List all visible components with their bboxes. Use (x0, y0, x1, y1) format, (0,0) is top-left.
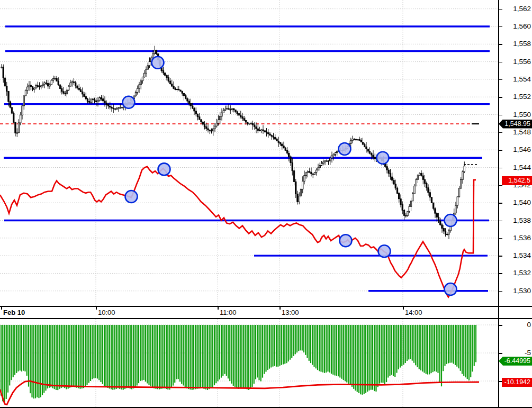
candle-body (307, 171, 308, 173)
histogram-bar (73, 325, 74, 387)
histogram-bar (446, 325, 447, 364)
candle-body (65, 93, 66, 94)
candle-body (264, 131, 265, 132)
candle-body (113, 108, 114, 108)
signal-marker-circle[interactable] (377, 152, 389, 164)
histogram-bar (269, 325, 270, 369)
histogram-bar (396, 325, 397, 373)
histogram-bar (407, 325, 408, 361)
signal-marker-circle[interactable] (125, 191, 138, 203)
candle-body (152, 54, 154, 58)
histogram-bar (183, 325, 184, 386)
candle-body (374, 157, 375, 159)
indicator-axis-label: -5 (500, 349, 531, 357)
signal-marker-circle[interactable] (152, 57, 164, 69)
histogram-bar (346, 325, 347, 383)
histogram-bar (38, 325, 39, 398)
candle-body (84, 94, 85, 97)
candle-body (263, 130, 264, 131)
signal-marker-circle[interactable] (378, 245, 391, 257)
price-chart-panel[interactable] (0, 0, 498, 306)
histogram-bar (327, 325, 328, 371)
histogram-bar (141, 325, 142, 380)
histogram-bar (267, 325, 268, 370)
histogram-bar (78, 325, 79, 388)
signal-marker-circle[interactable] (158, 163, 170, 175)
histogram-bar (247, 325, 248, 389)
price-axis[interactable]: 1,5621,5601,5581,5561,5541,5521,5501,548… (498, 0, 532, 306)
histogram-bar (88, 325, 89, 383)
candle-body (275, 138, 276, 139)
candle-body (237, 112, 238, 114)
candle-body (256, 127, 257, 129)
signal-marker-circle[interactable] (339, 143, 351, 155)
histogram-bar (20, 325, 21, 370)
candle-body (89, 101, 90, 102)
signal-marker-circle[interactable] (340, 234, 352, 247)
candle-body (362, 142, 363, 144)
histogram-bar (455, 325, 456, 365)
signal-marker-circle[interactable] (445, 283, 457, 295)
candle-body (278, 141, 279, 143)
candle-body (238, 114, 239, 115)
candle-body (146, 69, 147, 73)
candle-body (213, 129, 214, 131)
histogram-bar (2, 325, 3, 401)
candle-body (156, 50, 157, 54)
histogram-bar (217, 325, 218, 382)
histogram-bar (181, 325, 182, 384)
candle-body (192, 106, 193, 108)
histogram-bar (277, 325, 278, 367)
candle-body (282, 144, 283, 146)
histogram-bar (215, 325, 217, 383)
candle-body (49, 85, 50, 86)
candle-body (409, 206, 410, 211)
candle-body (285, 148, 286, 151)
candle-body (455, 205, 456, 213)
histogram-bar (50, 325, 51, 387)
histogram-bar (420, 325, 421, 370)
signal-marker-circle[interactable] (123, 96, 135, 108)
candle-body (188, 101, 190, 104)
candle-body (395, 184, 396, 188)
indicator-panel[interactable] (0, 319, 498, 408)
candle-body (99, 98, 100, 101)
histogram-bar (432, 325, 434, 372)
histogram-bar (317, 325, 318, 370)
candle-body (447, 234, 448, 234)
histogram-bar (228, 325, 229, 378)
candle-body (326, 161, 327, 161)
candle-body (214, 126, 215, 129)
histogram-bar (52, 325, 53, 388)
histogram-bar (150, 325, 151, 386)
price-axis-label: 1,556 (500, 58, 531, 66)
histogram-bar (276, 325, 277, 367)
signal-marker-circle[interactable] (445, 214, 457, 226)
candle-body (448, 231, 449, 234)
histogram-bar (174, 325, 175, 383)
histogram-bar (456, 325, 457, 367)
candle-body (223, 111, 224, 113)
histogram-bar (372, 325, 373, 390)
candle-body (364, 144, 365, 147)
candle-body (91, 99, 92, 102)
histogram-series (1, 325, 476, 403)
candle-body (166, 75, 167, 77)
histogram-bar (326, 325, 327, 373)
candle-body (206, 126, 207, 129)
histogram-bar (350, 325, 351, 385)
histogram-bar (331, 325, 332, 374)
histogram-bar (169, 325, 170, 389)
candle-body (114, 109, 115, 110)
histogram-bar (310, 325, 311, 363)
candle-body (92, 99, 93, 99)
price-axis-label: 1,548 (500, 128, 531, 136)
histogram-bar (131, 325, 132, 389)
histogram-bar (190, 325, 191, 389)
histogram-bar (436, 325, 437, 372)
histogram-bar (128, 325, 129, 388)
indicator-axis[interactable]: 0-5-6.44995-10.1942 (498, 319, 532, 408)
candle-body (185, 96, 186, 98)
histogram-bar (348, 325, 349, 384)
histogram-bar (159, 325, 160, 389)
